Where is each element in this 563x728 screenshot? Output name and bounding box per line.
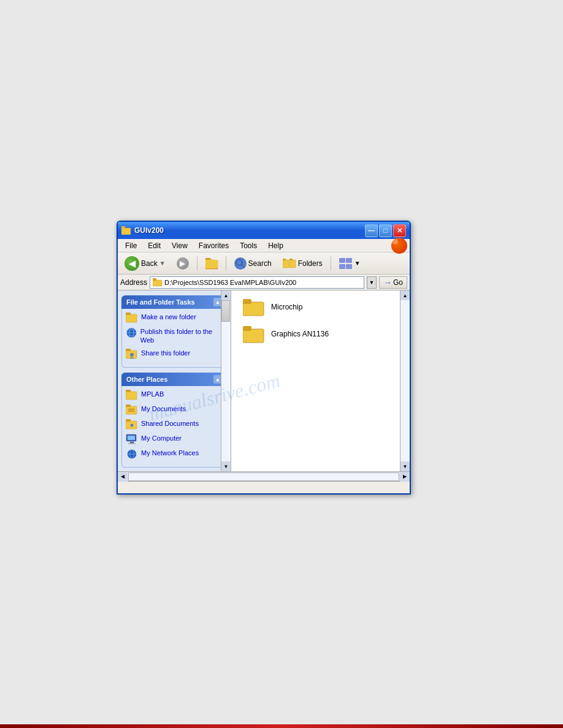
home-button[interactable] (201, 256, 222, 271)
views-button[interactable]: ▼ (335, 256, 365, 271)
publish-globe-icon (126, 327, 137, 338)
publish-folder-text: Publish this folder to the Web (140, 327, 223, 345)
menu-view[interactable]: View (167, 240, 193, 251)
shared-documents-text: Shared Documents (141, 419, 199, 428)
maximize-button[interactable]: □ (379, 224, 392, 237)
my-computer-link[interactable]: My Computer (126, 434, 223, 445)
share-folder-icon (126, 349, 138, 360)
my-network-icon (126, 449, 138, 460)
forward-arrow-icon: ▶ (177, 257, 189, 270)
left-panel-scrollbar[interactable]: ▲ ▼ (221, 290, 231, 471)
folders-icon (283, 257, 296, 270)
search-button[interactable]: Search (230, 255, 276, 272)
mplab-folder-icon (126, 390, 138, 401)
svg-rect-29 (126, 390, 131, 392)
go-button[interactable]: → Go (379, 276, 407, 289)
shared-documents-icon (126, 419, 138, 430)
my-computer-text: My Computer (141, 434, 182, 442)
menu-file[interactable]: File (120, 240, 142, 251)
my-documents-link[interactable]: My Documents (126, 404, 223, 415)
file-tasks-body: Make a new folder Publish this f (121, 309, 227, 368)
svg-rect-40 (128, 443, 136, 444)
svg-rect-13 (346, 258, 352, 263)
scroll-right-arrow[interactable]: ▶ (400, 472, 410, 482)
folders-button[interactable]: Folders (278, 255, 327, 272)
graphics-folder-name: Graphics AN1136 (271, 330, 329, 338)
microchip-folder-icon (243, 298, 265, 316)
svg-rect-10 (289, 260, 296, 268)
make-folder-icon (126, 313, 138, 324)
svg-rect-46 (243, 329, 264, 343)
svg-rect-38 (128, 436, 135, 440)
search-icon (234, 257, 247, 270)
views-dropdown[interactable]: ▼ (354, 260, 361, 267)
title-bar-buttons: — □ ✕ (365, 224, 406, 237)
menu-help[interactable]: Help (263, 240, 288, 251)
shared-documents-link[interactable]: Shared Documents (126, 419, 223, 430)
make-folder-link[interactable]: Make a new folder (126, 313, 223, 324)
xp-logo (391, 238, 407, 254)
microchip-folder-name: Microchip (271, 303, 302, 311)
search-label: Search (248, 259, 272, 268)
folders-label: Folders (298, 259, 323, 268)
scroll-left-arrow[interactable]: ◀ (118, 472, 128, 482)
svg-rect-1 (121, 226, 125, 229)
my-network-link[interactable]: My Network Places (126, 449, 223, 460)
window-title: GUIv200 (134, 226, 164, 235)
menu-edit[interactable]: Edit (143, 240, 166, 251)
menu-bar: File Edit View Favorites Tools Help (118, 239, 410, 252)
menu-favorites[interactable]: Favorites (194, 240, 234, 251)
svg-rect-44 (243, 302, 264, 316)
scroll-track (221, 300, 231, 461)
right-scroll-up[interactable]: ▲ (400, 290, 410, 300)
svg-rect-19 (126, 313, 131, 315)
close-button[interactable]: ✕ (393, 224, 406, 237)
svg-point-27 (130, 353, 134, 357)
title-bar-left: GUIv200 (121, 226, 164, 235)
svg-rect-16 (153, 280, 162, 286)
svg-rect-2 (205, 260, 218, 269)
address-folder-icon (153, 278, 163, 287)
svg-line-7 (242, 265, 245, 268)
back-dropdown-arrow[interactable]: ▼ (159, 260, 166, 267)
svg-rect-12 (339, 258, 345, 263)
bottom-scrollbar[interactable]: ◀ ▶ (118, 471, 410, 481)
share-folder-link[interactable]: Share this folder (126, 349, 223, 360)
right-panel-scrollbar[interactable]: ▲ ▼ (400, 290, 410, 471)
svg-rect-15 (346, 264, 352, 269)
svg-rect-39 (130, 442, 134, 443)
my-computer-icon (126, 434, 138, 445)
left-panel: File and Folder Tasks ▲ Make a new folde… (118, 290, 231, 471)
address-dropdown[interactable]: ▼ (367, 276, 377, 289)
file-item-microchip[interactable]: Microchip (240, 297, 400, 317)
toolbar: ◀ Back ▼ ▶ (118, 252, 410, 275)
scroll-up-arrow[interactable]: ▲ (221, 290, 231, 300)
mplab-link[interactable]: MPLAB (126, 390, 223, 401)
toolbar-sep-3 (331, 256, 331, 271)
file-tasks-header: File and Folder Tasks ▲ (121, 295, 227, 309)
publish-folder-link[interactable]: Publish this folder to the Web (126, 327, 223, 345)
other-places-body: MPLAB My Documents (121, 386, 227, 468)
menu-tools[interactable]: Tools (235, 240, 262, 251)
file-item-graphics[interactable]: Graphics AN1136 (240, 324, 400, 344)
back-button[interactable]: ◀ Back ▼ (120, 254, 170, 273)
forward-button[interactable]: ▶ (172, 255, 193, 272)
address-input[interactable]: D:\Projects\SSD1963 Eval\MPLAB\GUIv200 (150, 276, 364, 289)
minimize-button[interactable]: — (365, 224, 378, 237)
file-list: Microchip Graphics AN1136 (240, 297, 400, 344)
scroll-down-arrow[interactable]: ▼ (221, 461, 231, 471)
h-scroll-track (128, 472, 399, 481)
svg-rect-31 (126, 404, 131, 407)
svg-rect-5 (210, 263, 215, 268)
file-tasks-section: File and Folder Tasks ▲ Make a new folde… (121, 295, 227, 368)
other-places-header: Other Places ▲ (121, 373, 227, 386)
svg-rect-26 (126, 349, 131, 351)
graphics-folder-icon (243, 325, 265, 343)
other-places-title: Other Places (126, 376, 167, 383)
svg-rect-8 (283, 260, 289, 268)
right-scroll-down[interactable]: ▼ (400, 461, 410, 471)
svg-point-6 (236, 259, 242, 265)
my-documents-icon (126, 404, 138, 415)
scroll-thumb[interactable] (221, 300, 230, 322)
bottom-bar (0, 724, 563, 728)
